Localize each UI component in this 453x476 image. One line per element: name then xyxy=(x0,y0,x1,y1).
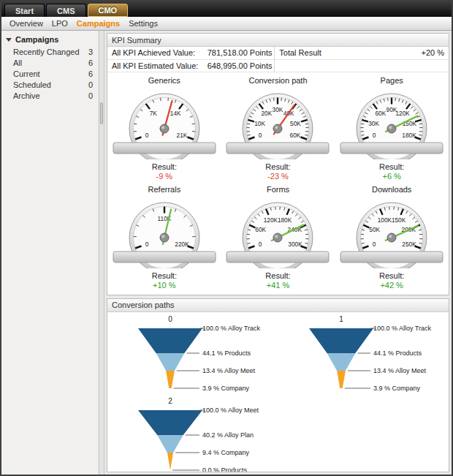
svg-text:9.4 % Company: 9.4 % Company xyxy=(202,449,250,456)
menu-item-settings[interactable]: Settings xyxy=(124,18,162,29)
svg-text:44.1 % Products: 44.1 % Products xyxy=(202,350,251,357)
gauge-forms: Forms060K120K180K240K300KResult:+41 % xyxy=(221,183,335,292)
svg-text:0: 0 xyxy=(259,240,262,247)
svg-text:30K: 30K xyxy=(368,119,379,126)
gauge-result-value: +6 % xyxy=(379,172,404,181)
funnel-number: 0 xyxy=(168,315,172,323)
gauge-result: Result:+10 % xyxy=(152,271,177,290)
kpi-total-value xyxy=(343,59,449,72)
svg-text:300K: 300K xyxy=(289,240,303,247)
sidebar-header-label: Campaigns xyxy=(15,35,58,44)
svg-text:120K: 120K xyxy=(264,216,278,224)
svg-text:120K: 120K xyxy=(396,110,411,117)
gauge-result-value: -9 % xyxy=(152,172,177,181)
kpi-table-body: All KPI Achieved Value:781,518.00 Points… xyxy=(107,47,449,72)
svg-text:50K: 50K xyxy=(369,226,380,233)
kpi-label: All KPI Achieved Value: xyxy=(107,47,203,59)
sidebar-item-count: 6 xyxy=(88,69,93,78)
tab-start[interactable]: Start xyxy=(4,4,45,17)
sidebar-item-recently-changed[interactable]: Recently Changed3 xyxy=(1,47,99,58)
gauge-dial: 07K14K21K xyxy=(110,86,219,159)
funnel-chart: 2100.0 % Alloy Meet40.2 % Alloy Plan9.4 … xyxy=(107,397,278,473)
funnel-0: 0100.0 % Alloy Track44.1 % Products13.4 … xyxy=(107,315,278,396)
svg-text:20K: 20K xyxy=(262,110,273,117)
conversion-paths-panel-header: Conversion paths xyxy=(107,299,449,312)
svg-text:60K: 60K xyxy=(256,226,267,233)
kpi-summary-panel-header: KPI Summary xyxy=(107,34,449,47)
gauge-result: Result:-9 % xyxy=(152,162,177,181)
sidebar-item-all[interactable]: All6 xyxy=(1,58,99,69)
kpi-row: All KPI Achieved Value:781,518.00 Points… xyxy=(107,47,449,59)
svg-text:100.0 % Alloy Meet: 100.0 % Alloy Meet xyxy=(202,407,259,414)
gauge-dial: 030K60K90K120K150K180K xyxy=(337,86,446,159)
menu-item-campaigns[interactable]: Campaigns xyxy=(72,18,124,29)
gauge-pages: Pages030K60K90K120K150K180KResult:+6 % xyxy=(335,74,449,183)
conversion-paths-panel: Conversion paths 0100.0 % Alloy Track44.… xyxy=(107,298,449,473)
menu-item-overview[interactable]: Overview xyxy=(5,18,47,29)
gauge-result-value: +10 % xyxy=(152,281,177,290)
svg-text:40.2 % Alloy Plan: 40.2 % Alloy Plan xyxy=(202,431,254,439)
kpi-summary-table: All KPI Achieved Value:781,518.00 Points… xyxy=(107,47,449,72)
gauge-result-value: +41 % xyxy=(265,281,290,290)
kpi-summary-title: KPI Summary xyxy=(112,36,161,45)
svg-text:220K: 220K xyxy=(175,240,189,247)
svg-text:14K: 14K xyxy=(170,110,181,117)
funnel-1: 1100.0 % Alloy Track44.1 % Products13.4 … xyxy=(278,315,449,396)
funnel-grid: 0100.0 % Alloy Track44.1 % Products13.4 … xyxy=(107,312,449,473)
gauge-downloads: Downloads050K100K150K200K250KResult:+42 … xyxy=(335,183,449,292)
sidebar-item-archive[interactable]: Archive0 xyxy=(1,91,99,102)
svg-text:100K: 100K xyxy=(378,216,392,224)
kpi-summary-panel: KPI Summary All KPI Achieved Value:781,5… xyxy=(107,33,449,295)
menu-item-lpo[interactable]: LPO xyxy=(47,18,72,29)
gauge-title: Referrals xyxy=(148,185,181,194)
sidebar-item-label: Recently Changed xyxy=(13,48,80,56)
sidebar-item-count: 0 xyxy=(88,91,93,100)
sidebar-header-campaigns[interactable]: Campaigns xyxy=(1,34,99,47)
svg-text:180K: 180K xyxy=(278,216,292,224)
sidebar-item-count: 6 xyxy=(88,58,93,67)
kpi-value: 648,995.00 Points xyxy=(203,59,275,72)
svg-text:3.9 % Company: 3.9 % Company xyxy=(373,385,421,392)
gauge-title: Downloads xyxy=(372,185,411,194)
svg-text:250K: 250K xyxy=(402,240,416,247)
tab-cms[interactable]: CMS xyxy=(46,4,85,17)
svg-text:180K: 180K xyxy=(402,131,416,138)
splitter-grip[interactable] xyxy=(100,102,103,124)
gauge-title: Conversion path xyxy=(248,76,307,85)
svg-text:13.4 % Alloy Meet: 13.4 % Alloy Meet xyxy=(373,367,427,374)
conversion-paths-title: Conversion paths xyxy=(112,301,175,309)
svg-text:60K: 60K xyxy=(290,131,301,138)
sidebar-splitter[interactable] xyxy=(99,31,104,475)
app-tab-bar: StartCMSCMO xyxy=(1,1,452,17)
svg-text:0.0 % Products: 0.0 % Products xyxy=(202,466,248,473)
collapse-triangle-icon xyxy=(6,38,12,42)
kpi-total-label: Total Result xyxy=(275,47,343,59)
sidebar-item-count: 3 xyxy=(88,48,93,56)
sidebar-item-current[interactable]: Current6 xyxy=(1,69,99,80)
svg-text:30K: 30K xyxy=(273,106,283,113)
gauge-conversion-path: Conversion path010K20K30K40K50K60KResult… xyxy=(221,74,335,183)
gauge-dial: 0110K220K xyxy=(110,195,219,268)
gauge-result-value: -23 % xyxy=(265,172,290,181)
gauge-dial: 060K120K180K240K300K xyxy=(223,195,332,268)
svg-text:0: 0 xyxy=(145,240,149,247)
sidebar-item-label: Current xyxy=(13,69,40,78)
svg-text:60K: 60K xyxy=(376,110,387,117)
gauge-title: Forms xyxy=(267,185,289,194)
svg-text:0: 0 xyxy=(373,131,376,138)
gauge-title: Pages xyxy=(381,76,403,85)
gauge-result: Result:+42 % xyxy=(379,271,404,290)
application-window: StartCMSCMO OverviewLPOCampaignsSettings… xyxy=(0,0,453,476)
gauge-result: Result:+6 % xyxy=(379,162,404,181)
sidebar-item-label: Archive xyxy=(13,91,40,100)
sidebar-item-label: All xyxy=(13,58,22,67)
kpi-total-label xyxy=(275,59,343,72)
kpi-total-value: +20 % xyxy=(343,47,449,59)
svg-text:150K: 150K xyxy=(392,216,406,224)
funnel-chart: 0100.0 % Alloy Track44.1 % Products13.4 … xyxy=(107,315,278,396)
funnel-2: 2100.0 % Alloy Meet40.2 % Alloy Plan9.4 … xyxy=(107,397,278,473)
sidebar-item-scheduled[interactable]: Scheduled0 xyxy=(1,80,99,91)
tab-cmo[interactable]: CMO xyxy=(88,4,129,17)
svg-text:13.4 % Alloy Meet: 13.4 % Alloy Meet xyxy=(202,367,256,374)
gauge-result-value: +42 % xyxy=(379,281,404,290)
